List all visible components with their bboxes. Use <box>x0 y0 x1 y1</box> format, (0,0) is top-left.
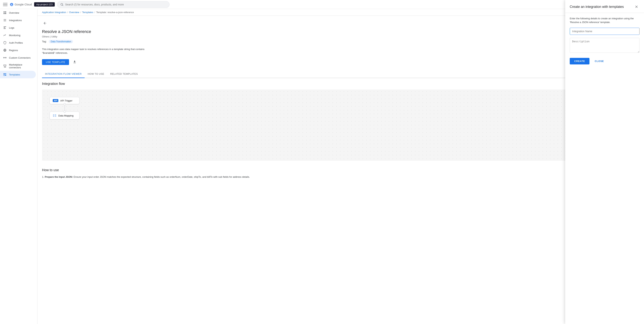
sidebar-label-integrations: Integrations <box>9 19 22 22</box>
svg-rect-20 <box>4 75 4 76</box>
sidebar-label-custom-connectors: Custom Connectors <box>9 56 30 59</box>
search-bar[interactable] <box>57 1 170 8</box>
create-button[interactable]: CREATE <box>570 58 590 64</box>
sidebar-label-monitoring: Monitoring <box>9 34 20 37</box>
menu-icon[interactable] <box>3 2 8 7</box>
sidebar-label-marketplace: Marketplace connectors <box>9 63 33 69</box>
panel-title: Create an integration with templates <box>570 5 624 9</box>
grid-icon <box>3 11 7 15</box>
template-description: This integration uses data mapper task t… <box>42 47 154 55</box>
svg-rect-8 <box>4 26 6 27</box>
right-panel: Create an integration with templates Ent… <box>565 0 644 324</box>
logs-icon <box>3 26 7 30</box>
data-mapping-label: Data Mapping <box>58 114 74 117</box>
svg-point-15 <box>4 67 5 67</box>
use-template-button[interactable]: USE TEMPLATE <box>42 59 69 65</box>
api-trigger-label: API Trigger <box>60 99 72 102</box>
sidebar-label-templates: Templates <box>9 73 20 76</box>
how-to-step: 1. Prepare the Input JSON: Ensure your i… <box>42 175 640 179</box>
svg-rect-17 <box>4 73 4 75</box>
sidebar-label-overview: Overview <box>9 11 19 14</box>
svg-point-16 <box>5 67 6 67</box>
svg-rect-13 <box>6 57 6 58</box>
svg-rect-1 <box>4 11 4 12</box>
description-input[interactable] <box>570 38 640 53</box>
template-subtitle: Others | Utility <box>42 35 640 38</box>
sidebar-item-logs[interactable]: Logs <box>0 24 36 31</box>
sidebar-item-monitoring[interactable]: Monitoring <box>0 31 36 39</box>
regions-icon <box>3 48 7 52</box>
template-title: Resolve a JSON reference <box>42 29 640 34</box>
sidebar-item-integrations[interactable]: Integrations <box>0 16 36 24</box>
sidebar-item-templates[interactable]: Templates <box>0 71 36 78</box>
close-icon <box>634 5 638 9</box>
close-button[interactable]: CLOSE <box>592 58 607 64</box>
sidebar: Overview Integrations Logs Monitoring Au… <box>0 9 38 324</box>
sidebar-item-custom-connectors[interactable]: Custom Connectors <box>0 54 36 61</box>
svg-rect-7 <box>4 21 6 21</box>
sidebar-label-regions: Regions <box>9 49 18 52</box>
panel-header: Create an integration with templates <box>565 0 644 13</box>
sidebar-item-regions[interactable]: Regions <box>0 46 36 54</box>
templates-icon <box>3 73 7 76</box>
svg-rect-18 <box>5 73 6 74</box>
data-mapping-icon <box>53 114 56 117</box>
node-connector <box>64 104 65 112</box>
project-selector[interactable]: my-project-123 <box>34 2 55 6</box>
search-input[interactable] <box>65 3 166 6</box>
page-content: Resolve a JSON reference Others | Utilit… <box>38 16 644 324</box>
panel-subtitle: Enter the following details to create an… <box>570 17 640 24</box>
sidebar-label-auth: Auth Profiles <box>9 41 23 44</box>
breadcrumb-templates[interactable]: Templates <box>82 11 93 14</box>
search-icon <box>60 3 64 6</box>
data-mapping-node: Data Mapping <box>50 112 80 120</box>
logo-text: Google Cloud <box>15 3 32 6</box>
svg-rect-12 <box>4 57 4 58</box>
breadcrumb-current: Template: resolve-a-json-reference <box>96 11 134 14</box>
flow-section: Integration flow API API Trigger <box>42 78 640 164</box>
svg-rect-6 <box>4 20 6 20</box>
svg-rect-2 <box>5 11 6 12</box>
integrations-icon <box>3 18 7 22</box>
breadcrumb-overview[interactable]: Overview <box>69 11 79 14</box>
tab-integration-flow-viewer[interactable]: INTEGRATION FLOW VIEWER <box>42 70 84 78</box>
tag-label: Tag: <box>42 40 47 43</box>
svg-rect-10 <box>4 28 6 29</box>
tab-related-templates[interactable]: RELATED TEMPLATES <box>107 70 141 78</box>
integration-name-field <box>570 28 640 35</box>
breadcrumb-app-integration[interactable]: Application Integration <box>42 11 66 14</box>
svg-rect-19 <box>5 75 6 76</box>
svg-rect-21 <box>73 63 76 63</box>
tag-chip: Data Transformation <box>49 40 73 43</box>
svg-rect-5 <box>4 19 6 20</box>
marketplace-icon <box>3 64 7 68</box>
breadcrumb: Application Integration / Overview / Tem… <box>38 9 644 16</box>
panel-body: Enter the following details to create an… <box>565 13 644 324</box>
svg-rect-3 <box>4 13 4 14</box>
description-field <box>570 38 640 53</box>
how-to-section: How to use 1. Prepare the Input JSON: En… <box>42 164 640 183</box>
monitoring-icon <box>3 33 7 37</box>
svg-rect-9 <box>4 27 5 28</box>
back-button[interactable] <box>42 20 48 26</box>
tabs: INTEGRATION FLOW VIEWER HOW TO USE RELAT… <box>42 70 640 78</box>
tab-how-to-use[interactable]: HOW TO USE <box>84 70 107 78</box>
how-to-title: How to use <box>42 168 640 172</box>
content-area: Application Integration / Overview / Tem… <box>38 9 644 324</box>
download-button[interactable] <box>71 58 78 66</box>
google-cloud-logo[interactable]: Google Cloud <box>10 3 32 6</box>
flow-title: Integration flow <box>42 82 640 86</box>
flow-canvas: API API Trigger Data Mapping <box>42 90 640 161</box>
svg-rect-4 <box>5 13 6 14</box>
sidebar-label-logs: Logs <box>9 26 14 29</box>
auth-icon <box>3 41 7 45</box>
sidebar-item-auth-profiles[interactable]: Auth Profiles <box>0 39 36 46</box>
connectors-icon <box>3 56 7 60</box>
panel-close-button[interactable] <box>634 4 640 10</box>
sidebar-item-marketplace-connectors[interactable]: Marketplace connectors <box>0 61 36 71</box>
action-row: USE TEMPLATE <box>42 58 640 66</box>
integration-name-input[interactable] <box>570 28 640 35</box>
panel-actions: CREATE CLOSE <box>570 58 640 64</box>
sidebar-item-overview[interactable]: Overview <box>0 9 36 16</box>
api-badge: API <box>53 99 58 102</box>
